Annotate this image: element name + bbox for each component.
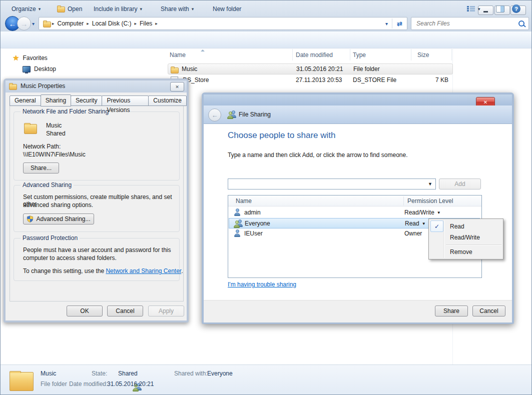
share-button[interactable]: Share — [435, 306, 468, 316]
name-combo-input[interactable] — [228, 180, 428, 188]
details-type: File folder — [41, 380, 67, 388]
search-box[interactable] — [411, 17, 529, 30]
add-button[interactable]: Add — [439, 178, 481, 190]
close-button[interactable]: ✕ — [170, 82, 184, 92]
include-in-library-button[interactable]: Include in library ▾ — [94, 0, 142, 17]
group-icon — [233, 220, 242, 227]
address-dropdown-icon[interactable]: ▾ — [385, 21, 388, 26]
network-sharing-center-link[interactable]: Network and Sharing Center — [106, 268, 181, 274]
column-divider — [403, 196, 404, 206]
forward-icon: → — [21, 20, 28, 28]
tab-security[interactable]: Security — [71, 96, 102, 106]
shared-with-label: Shared with: — [174, 370, 208, 377]
advanced-sharing-button[interactable]: Advanced Sharing... — [23, 214, 94, 224]
refresh-icon[interactable]: ⇄ — [392, 20, 407, 28]
menu-item-remove[interactable]: Remove — [429, 246, 503, 258]
history-dropdown-icon[interactable]: ▾ — [32, 21, 35, 26]
password-protection-desc-2: computer to access shared folders. — [23, 254, 117, 262]
password-protection-group: Password Protection People must have a u… — [14, 238, 180, 281]
file-row-music[interactable]: Music 31.05.2016 20:21 File folder — [168, 64, 453, 74]
file-row-ds-store[interactable]: .DS_Store 27.11.2013 20:53 DS_STORE File… — [168, 75, 453, 86]
date-modified-label: Date modified: — [69, 380, 108, 388]
column-divider[interactable] — [292, 49, 293, 60]
organize-menu-button[interactable]: Organize ▾ — [12, 0, 41, 17]
shared-with-value: Everyone — [207, 370, 233, 377]
column-divider[interactable] — [451, 49, 452, 60]
shared-folder-state: Shared — [46, 130, 66, 137]
permission-dropdown-icon[interactable]: ▼ — [437, 210, 441, 215]
link-prefix: To change this setting, use the — [23, 268, 106, 274]
state-label: State: — [92, 370, 107, 377]
tab-previous-versions[interactable]: Previous Versions — [102, 96, 149, 106]
uac-shield-icon — [27, 216, 34, 222]
minimize-icon — [483, 11, 488, 12]
tab-customize[interactable]: Customize — [148, 96, 187, 106]
file-sharing-dialog: ✕ ← File Sharing Choose people to share … — [202, 92, 514, 324]
share-row-admin[interactable]: admin Read/Write▼ — [229, 208, 480, 218]
user-icon — [234, 208, 241, 216]
network-sharing-group: Network File and Folder Sharing Music Sh… — [14, 112, 180, 180]
name-combo-box[interactable]: ▼ — [228, 178, 436, 190]
help-button[interactable]: ? — [512, 0, 520, 17]
cancel-button[interactable]: Cancel — [472, 306, 505, 316]
folder-icon — [9, 84, 17, 90]
column-header-type[interactable]: Type — [353, 48, 366, 62]
person-front-icon — [233, 220, 240, 228]
music-properties-dialog: Music Properties ✕ General Sharing Secur… — [4, 78, 189, 322]
sidebar-item-desktop[interactable]: Desktop — [23, 66, 56, 72]
sidebar-item-favorites[interactable]: ★ Favorites — [13, 54, 48, 62]
address-bar[interactable]: ▸ Computer ▸ Local Disk (C:) ▸ Files ▸ ▾… — [39, 17, 407, 30]
list-column-permission[interactable]: Permission Level — [407, 198, 453, 204]
list-header: Name Permission Level — [228, 196, 481, 206]
list-column-name[interactable]: Name — [236, 198, 252, 204]
column-header-date-modified[interactable]: Date modified — [296, 48, 333, 62]
permission-dropdown-icon[interactable]: ▼ — [422, 222, 426, 226]
cancel-button[interactable]: Cancel — [107, 306, 143, 316]
menu-item-read[interactable]: Read — [429, 221, 503, 232]
column-header-name[interactable]: Name — [170, 48, 186, 62]
column-header-size[interactable]: Size — [417, 48, 429, 62]
include-label: Include in library — [94, 6, 137, 12]
apply-button[interactable]: Apply — [148, 306, 184, 316]
back-icon: ← — [212, 112, 218, 119]
file-type: File folder — [353, 66, 380, 72]
file-date: 27.11.2013 20:53 — [296, 76, 342, 84]
column-divider[interactable] — [411, 49, 411, 60]
forward-button[interactable]: → — [17, 16, 31, 30]
tab-sharing[interactable]: Sharing — [41, 94, 71, 106]
breadcrumb-separator-icon: ▸ — [133, 21, 138, 26]
breadcrumb-computer[interactable]: Computer — [56, 20, 86, 27]
ok-label: OK — [80, 308, 89, 314]
search-icon[interactable] — [518, 20, 524, 26]
preview-pane-button[interactable] — [496, 0, 504, 17]
advanced-sharing-desc-2: advanced sharing options. — [23, 202, 93, 208]
ok-button[interactable]: OK — [67, 306, 103, 316]
dialog-titlebar: Music Properties ✕ — [6, 80, 187, 92]
change-view-button[interactable]: ▾ — [467, 0, 480, 17]
cancel-label: Cancel — [116, 308, 134, 314]
open-button[interactable]: Open — [57, 0, 82, 17]
trouble-sharing-link[interactable]: I'm having trouble sharing — [228, 281, 296, 288]
menu-item-read-write[interactable]: Read/Write — [429, 232, 503, 243]
network-path-value: \\IE10WIN7\Files\Music — [23, 151, 86, 158]
dialog-titlebar — [204, 94, 512, 106]
file-date: 31.05.2016 20:21 — [296, 66, 343, 72]
tab-general[interactable]: General — [10, 96, 41, 106]
folder-icon — [43, 22, 51, 28]
chevron-down-icon: ▾ — [192, 6, 194, 12]
breadcrumb-files[interactable]: Files — [138, 20, 154, 27]
back-button[interactable]: ← — [208, 108, 221, 122]
chevron-down-icon: ▾ — [140, 6, 142, 12]
combo-dropdown-icon[interactable]: ▼ — [428, 182, 432, 186]
breadcrumb-separator-icon: ▸ — [51, 21, 56, 26]
column-divider[interactable] — [350, 49, 350, 60]
share-button[interactable]: Share... — [23, 162, 59, 174]
command-toolbar — [1, 32, 531, 48]
advanced-sharing-group: Advanced Sharing Set custom permissions,… — [14, 185, 180, 232]
search-input[interactable] — [415, 20, 512, 28]
breadcrumb-local-disk-c[interactable]: Local Disk (C:) — [90, 20, 134, 27]
chevron-down-icon: ▾ — [39, 6, 41, 12]
new-folder-button[interactable]: New folder — [213, 0, 241, 17]
group-legend: Password Protection — [21, 234, 80, 242]
share-with-button[interactable]: Share with ▾ — [161, 0, 194, 17]
